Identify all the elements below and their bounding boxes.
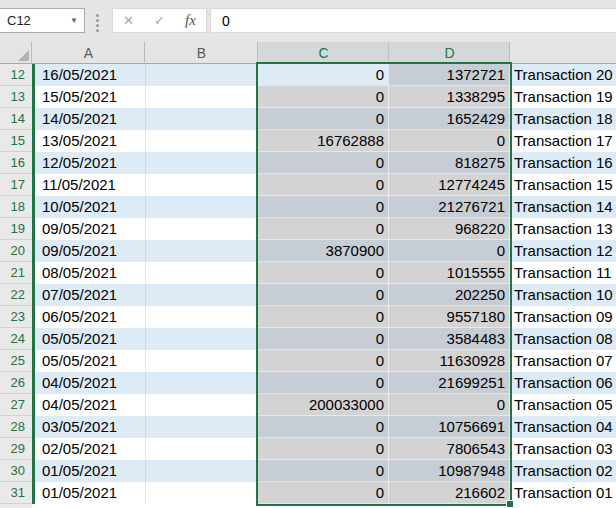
cell-E18[interactable]: Transaction 14 bbox=[510, 196, 616, 218]
column-header-C[interactable]: C bbox=[258, 42, 389, 64]
cell-E14[interactable]: Transaction 18 bbox=[510, 108, 616, 130]
cell-B28[interactable] bbox=[145, 416, 258, 438]
column-header-A[interactable]: A bbox=[32, 42, 145, 64]
cell-E19[interactable]: Transaction 13 bbox=[510, 218, 616, 240]
cell-A22[interactable]: 07/05/2021 bbox=[35, 284, 145, 306]
cell-D17[interactable]: 12774245 bbox=[389, 174, 510, 196]
cell-B13[interactable] bbox=[145, 86, 258, 108]
select-all-corner[interactable] bbox=[0, 42, 32, 64]
formula-bar-grip-icon[interactable] bbox=[96, 14, 99, 17]
cell-E13[interactable]: Transaction 19 bbox=[510, 86, 616, 108]
cell-B15[interactable] bbox=[145, 130, 258, 152]
cell-C28[interactable]: 0 bbox=[258, 416, 389, 438]
row-header-19[interactable]: 19 bbox=[0, 218, 32, 240]
cancel-icon[interactable]: ✕ bbox=[123, 14, 134, 27]
cell-D16[interactable]: 818275 bbox=[389, 152, 510, 174]
row-header-28[interactable]: 28 bbox=[0, 416, 32, 438]
cell-A24[interactable]: 05/05/2021 bbox=[35, 328, 145, 350]
cell-E24[interactable]: Transaction 08 bbox=[510, 328, 616, 350]
cell-D31[interactable]: 216602 bbox=[389, 482, 510, 504]
cell-A13[interactable]: 15/05/2021 bbox=[35, 86, 145, 108]
column-header-B[interactable]: B bbox=[145, 42, 258, 64]
cell-C24[interactable]: 0 bbox=[258, 328, 389, 350]
cell-C19[interactable]: 0 bbox=[258, 218, 389, 240]
cell-D24[interactable]: 3584483 bbox=[389, 328, 510, 350]
cell-C31[interactable]: 0 bbox=[258, 482, 389, 504]
cell-E26[interactable]: Transaction 06 bbox=[510, 372, 616, 394]
cell-C27[interactable]: 200033000 bbox=[258, 394, 389, 416]
cell-E22[interactable]: Transaction 10 bbox=[510, 284, 616, 306]
cell-B29[interactable] bbox=[145, 438, 258, 460]
cell-A18[interactable]: 10/05/2021 bbox=[35, 196, 145, 218]
cell-E30[interactable]: Transaction 02 bbox=[510, 460, 616, 482]
column-header-E[interactable] bbox=[510, 42, 616, 64]
cell-D12[interactable]: 1372721 bbox=[389, 64, 510, 86]
cell-A27[interactable]: 04/05/2021 bbox=[35, 394, 145, 416]
row-header-21[interactable]: 21 bbox=[0, 262, 32, 284]
cell-D25[interactable]: 11630928 bbox=[389, 350, 510, 372]
row-header-16[interactable]: 16 bbox=[0, 152, 32, 174]
cell-C30[interactable]: 0 bbox=[258, 460, 389, 482]
cell-C29[interactable]: 0 bbox=[258, 438, 389, 460]
cell-B14[interactable] bbox=[145, 108, 258, 130]
cell-E17[interactable]: Transaction 15 bbox=[510, 174, 616, 196]
cell-B25[interactable] bbox=[145, 350, 258, 372]
row-header-14[interactable]: 14 bbox=[0, 108, 32, 130]
cell-D14[interactable]: 1652429 bbox=[389, 108, 510, 130]
cell-D21[interactable]: 1015555 bbox=[389, 262, 510, 284]
cell-A23[interactable]: 06/05/2021 bbox=[35, 306, 145, 328]
name-box[interactable]: C12 ▼ bbox=[0, 8, 85, 33]
cell-A30[interactable]: 01/05/2021 bbox=[35, 460, 145, 482]
cell-B23[interactable] bbox=[145, 306, 258, 328]
cell-C13[interactable]: 0 bbox=[258, 86, 389, 108]
cell-A21[interactable]: 08/05/2021 bbox=[35, 262, 145, 284]
row-header-22[interactable]: 22 bbox=[0, 284, 32, 306]
cell-D28[interactable]: 10756691 bbox=[389, 416, 510, 438]
cell-A17[interactable]: 11/05/2021 bbox=[35, 174, 145, 196]
row-header-20[interactable]: 20 bbox=[0, 240, 32, 262]
cell-C17[interactable]: 0 bbox=[258, 174, 389, 196]
cell-D22[interactable]: 202250 bbox=[389, 284, 510, 306]
cell-D18[interactable]: 21276721 bbox=[389, 196, 510, 218]
cell-A28[interactable]: 03/05/2021 bbox=[35, 416, 145, 438]
row-header-27[interactable]: 27 bbox=[0, 394, 32, 416]
cell-A14[interactable]: 14/05/2021 bbox=[35, 108, 145, 130]
cell-A16[interactable]: 12/05/2021 bbox=[35, 152, 145, 174]
cell-C14[interactable]: 0 bbox=[258, 108, 389, 130]
row-header-13[interactable]: 13 bbox=[0, 86, 32, 108]
cell-D30[interactable]: 10987948 bbox=[389, 460, 510, 482]
row-header-12[interactable]: 12 bbox=[0, 64, 32, 86]
cell-B16[interactable] bbox=[145, 152, 258, 174]
cell-D19[interactable]: 968220 bbox=[389, 218, 510, 240]
cell-E28[interactable]: Transaction 04 bbox=[510, 416, 616, 438]
column-header-D[interactable]: D bbox=[389, 42, 510, 64]
cell-E27[interactable]: Transaction 05 bbox=[510, 394, 616, 416]
cell-D27[interactable]: 0 bbox=[389, 394, 510, 416]
cell-B21[interactable] bbox=[145, 262, 258, 284]
cell-A25[interactable]: 05/05/2021 bbox=[35, 350, 145, 372]
cell-A31[interactable]: 01/05/2021 bbox=[35, 482, 145, 504]
cell-A29[interactable]: 02/05/2021 bbox=[35, 438, 145, 460]
row-header-25[interactable]: 25 bbox=[0, 350, 32, 372]
cell-E29[interactable]: Transaction 03 bbox=[510, 438, 616, 460]
cell-C21[interactable]: 0 bbox=[258, 262, 389, 284]
cell-C23[interactable]: 0 bbox=[258, 306, 389, 328]
row-header-15[interactable]: 15 bbox=[0, 130, 32, 152]
cell-D26[interactable]: 21699251 bbox=[389, 372, 510, 394]
row-header-31[interactable]: 31 bbox=[0, 482, 32, 504]
cell-B26[interactable] bbox=[145, 372, 258, 394]
cell-E21[interactable]: Transaction 11 bbox=[510, 262, 616, 284]
cell-D15[interactable]: 0 bbox=[389, 130, 510, 152]
cell-C18[interactable]: 0 bbox=[258, 196, 389, 218]
cell-B12[interactable] bbox=[145, 64, 258, 86]
row-header-17[interactable]: 17 bbox=[0, 174, 32, 196]
cell-C15[interactable]: 16762888 bbox=[258, 130, 389, 152]
enter-icon[interactable]: ✓ bbox=[154, 14, 165, 27]
name-box-dropdown-icon[interactable]: ▼ bbox=[64, 16, 84, 25]
cell-C26[interactable]: 0 bbox=[258, 372, 389, 394]
insert-function-icon[interactable]: fx bbox=[185, 13, 196, 28]
fill-handle[interactable] bbox=[507, 501, 513, 507]
cell-E20[interactable]: Transaction 12 bbox=[510, 240, 616, 262]
cell-D20[interactable]: 0 bbox=[389, 240, 510, 262]
cell-C25[interactable]: 0 bbox=[258, 350, 389, 372]
